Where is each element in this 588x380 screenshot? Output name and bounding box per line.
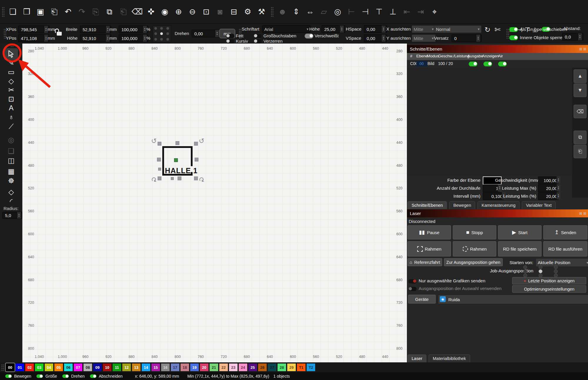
rd-run-button[interactable]: RD file ausführen — [543, 241, 587, 256]
redo-icon[interactable]: ↷ — [76, 0, 88, 24]
start-button[interactable]: ▶Start — [498, 225, 542, 239]
width-pct-spinner[interactable] — [143, 26, 147, 33]
power-max-field[interactable]: 20,00 — [538, 184, 559, 192]
shape-properties-icon[interactable]: ◇ — [0, 188, 22, 196]
palette-chip-09[interactable]: 09 — [93, 364, 102, 371]
x-align-select[interactable]: Mitte — [412, 25, 436, 33]
palette-chip-17[interactable]: 17 — [171, 364, 179, 371]
start-from-select[interactable]: Aktuelle Position — [536, 258, 588, 267]
position-pin-icon[interactable]: ♁ — [0, 113, 22, 121]
font-height-spinner[interactable] — [340, 26, 344, 33]
anchor-dot[interactable] — [154, 32, 157, 35]
status-toggle-drehen[interactable] — [62, 374, 69, 378]
font-select[interactable]: Arial — [262, 25, 310, 33]
devices-button[interactable]: Geräte — [408, 295, 436, 304]
polygon-icon[interactable]: ◇ — [0, 77, 22, 85]
rotate-handle-top-left[interactable]: ↺ — [151, 137, 157, 145]
y-align-select[interactable]: Mitte — [412, 34, 436, 42]
h-spacing-icon[interactable]: ⇤ — [400, 0, 413, 24]
palette-chip-26[interactable]: 26 — [258, 364, 267, 371]
width-spinner[interactable] — [106, 26, 110, 33]
versatz-field[interactable]: 0 — [452, 34, 482, 42]
delete-icon[interactable]: ⌫ — [131, 0, 143, 24]
v-spacing-icon[interactable]: ⇥ — [414, 0, 427, 24]
abstand-field[interactable]: 0,0 — [562, 33, 583, 41]
bold-toggle[interactable] — [226, 34, 235, 39]
distort-toggle[interactable] — [253, 39, 262, 44]
go-to-origin-button[interactable]: Zur Ausgangsposition gehen — [444, 258, 503, 266]
tab-kamerasteuerung[interactable]: Kamerasteuerung — [477, 201, 519, 209]
tab-bewegen[interactable]: Bewegen — [449, 201, 475, 209]
aspect-lock-icon[interactable] — [57, 32, 62, 36]
mirror-horizontal-icon[interactable]: ⇔ — [304, 0, 316, 24]
width-field[interactable]: 52,910 — [80, 26, 111, 33]
palette-chip-06[interactable]: 06 — [64, 364, 73, 371]
rotate-spinner[interactable] — [215, 30, 219, 37]
sync-icon[interactable]: ↻ — [485, 26, 490, 34]
welded-toggle[interactable] — [305, 34, 313, 39]
handle-skew-left[interactable] — [158, 168, 161, 171]
layer-show-toggle[interactable] — [483, 61, 492, 66]
job-origin-radio[interactable] — [539, 269, 542, 273]
palette-chip-10[interactable]: 10 — [103, 364, 111, 371]
optimization-settings-button[interactable]: Optimierungseinstellungen — [512, 285, 586, 293]
palette-chip-T1[interactable]: T1 — [297, 364, 305, 371]
rectangle-icon[interactable]: ▭ — [0, 68, 22, 76]
handle-top-left[interactable] — [158, 142, 161, 146]
ypos-spinner[interactable] — [44, 35, 48, 42]
palette-chip-03[interactable]: 03 — [35, 364, 44, 371]
layer-color-chip[interactable]: 00 — [416, 61, 427, 66]
height-pct-spinner[interactable] — [143, 35, 147, 42]
draw-lines-icon[interactable]: ✎ — [0, 59, 22, 67]
radius-spinner[interactable] — [17, 212, 21, 219]
vspace-field[interactable]: 0,00 — [364, 34, 387, 42]
palette-chip-23[interactable]: 23 — [229, 364, 238, 371]
weld-shapes-icon[interactable]: ❑ — [0, 147, 22, 155]
circular-array-icon[interactable]: ☸ — [0, 177, 22, 185]
layer-delete-icon[interactable]: ⌫ — [574, 105, 587, 118]
anchor-dot[interactable] — [166, 38, 169, 41]
handle-bottom-left[interactable] — [158, 176, 161, 180]
halle-object-text[interactable]: HALLE 1 — [165, 166, 198, 175]
import-file-icon[interactable]: ⎗ — [48, 0, 61, 24]
palette-chip-05[interactable]: 05 — [54, 364, 63, 371]
close-panel-icon[interactable]: ⊠ — [583, 211, 586, 216]
paste-special-icon[interactable]: ⎘ — [89, 0, 102, 24]
align-left-icon[interactable]: ⊢ — [345, 0, 358, 24]
paste-icon[interactable]: ⎗ — [117, 0, 130, 24]
tab-laser[interactable]: Laser — [407, 354, 426, 362]
device-settings-icon[interactable]: ⚙ — [241, 0, 254, 24]
palette-chip-07[interactable]: 07 — [74, 364, 82, 371]
hspace-field[interactable]: 0,00 — [364, 25, 387, 33]
text-style-select[interactable]: Normal — [434, 25, 482, 33]
measure-icon[interactable]: ⟋ — [0, 122, 22, 131]
anchor-point-grid[interactable] — [152, 25, 171, 42]
drag-handle[interactable] — [506, 29, 509, 39]
palette-chip-29[interactable]: 29 — [287, 364, 296, 371]
palette-chip-04[interactable]: 04 — [45, 364, 53, 371]
stop-button[interactable]: ■Stopp — [453, 225, 496, 239]
align-right-icon[interactable]: ⊣ — [359, 0, 372, 24]
palette-chip-19[interactable]: 19 — [190, 364, 199, 371]
center-target-icon[interactable]: ◎ — [331, 0, 344, 24]
palette-chip-20[interactable]: 20 — [200, 364, 208, 371]
handle-bottom-right[interactable] — [194, 176, 198, 180]
job-origin-radio[interactable] — [554, 265, 558, 269]
frame-selection-icon[interactable]: ⊡ — [200, 0, 213, 24]
xpos-spinner[interactable] — [44, 26, 48, 33]
italic-toggle[interactable] — [226, 39, 235, 44]
hspace-spinner[interactable] — [381, 26, 385, 33]
anchor-dot[interactable] — [160, 27, 163, 30]
palette-chip-21[interactable]: 21 — [210, 364, 218, 371]
job-origin-radio[interactable] — [539, 265, 542, 269]
layer-air-toggle[interactable] — [498, 61, 507, 66]
layer-row[interactable]: C00 00 Bild 100 / 20 — [407, 60, 588, 68]
palette-chip-22[interactable]: 22 — [219, 364, 228, 371]
zoom-in-icon[interactable]: ⊕ — [172, 0, 185, 24]
tab-schnitte-ebenen[interactable]: Schnitte/Ebenen — [407, 201, 447, 209]
height-field[interactable]: 52,910 — [80, 34, 111, 42]
distort-icon[interactable]: ▱ — [318, 0, 330, 24]
device-select[interactable]: Ruida — [438, 295, 588, 304]
status-toggle-größe[interactable] — [36, 374, 43, 378]
innere-objekte-toggle[interactable] — [509, 35, 518, 40]
